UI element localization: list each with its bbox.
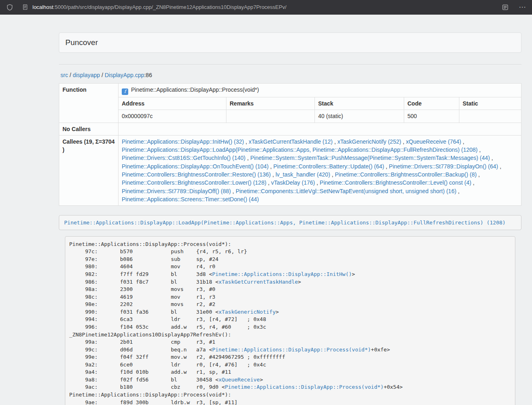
browser-toolbar: localhost:5000/path/src/displayapp/Displ… [0,0,532,15]
url-host: localhost [32,4,53,10]
function-row-label: Function [59,84,118,123]
column-code: Code [404,97,459,110]
function-row: Function fPinetime::Applications::Displa… [59,84,521,97]
callee-link[interactable]: Pinetime::Drivers::St7789::DisplayOn() (… [389,163,498,170]
main-content: Puncover src / displayapp / DisplayApp.c… [59,15,521,405]
shield-icon[interactable] [6,3,14,11]
toolbar-right: ⋯ [501,3,526,11]
disassembly-section: Pinetime::Applications::DisplayApp::Proc… [65,236,515,405]
disassembly-pre: Pinetime::Applications::DisplayApp::Proc… [65,236,515,405]
address-value: 0x0000097c [118,110,226,123]
callee-link[interactable]: Pinetime::Applications::Screens::Timer::… [122,196,259,202]
callee-link[interactable]: Pinetime::Applications::DisplayApp::Load… [122,146,478,153]
breadcrumb-separator: / [100,72,105,78]
callees-row: Callees (19, Σ=3704 ) Pinetime::Applicat… [59,135,521,205]
static-value [459,110,521,123]
callee-link[interactable]: Pinetime::Components::LittleVgl::SetNewT… [236,188,457,194]
breadcrumb: src / displayapp / DisplayApp.cpp:86 [60,72,521,78]
reader-view-icon[interactable] [501,3,509,11]
callee-link[interactable]: Pinetime::Drivers::St7789::DisplayOff() … [122,188,231,194]
column-remarks: Remarks [226,97,315,110]
code-symbol-link[interactable]: xTaskGetCurrentTaskHandle [218,279,298,285]
code-symbol-link[interactable]: Pinetime::Applications::DisplayApp::Init… [212,271,352,277]
no-callers-row: No Callers [59,123,521,135]
callee-link[interactable]: Pinetime::Controllers::BrightnessControl… [320,179,471,186]
callee-link[interactable]: Pinetime::Applications::DisplayApp::Init… [122,138,244,145]
callee-link[interactable]: Pinetime::Applications::DisplayApp::OnTo… [122,163,269,170]
breadcrumb-separator: / [68,72,73,78]
code-symbol-link[interactable]: Pinetime::Applications::DisplayApp::Proc… [225,384,383,390]
code-symbol-link[interactable]: xQueueReceive [218,377,260,383]
callee-link[interactable]: xTaskGenericNotify (252) [337,138,401,145]
page-icon [21,3,29,11]
callee-link[interactable]: Pinetime::Controllers::Battery::Update()… [274,163,384,170]
highlighted-symbol-box: Pinetime::Applications::DisplayApp::Load… [59,215,521,230]
breadcrumb-link[interactable]: displayapp [73,72,100,78]
column-static: Static [459,97,521,110]
callees-label: Callees (19, Σ=3704 ) [59,135,118,205]
no-callers-cell [118,123,521,135]
function-name: Pinetime::Applications::DisplayApp::Proc… [131,86,259,93]
column-address: Address [118,97,226,110]
metrics-value-row: 0x0000097c 40 (static) 500 [59,110,521,123]
callee-link[interactable]: Pinetime::Controllers::BrightnessControl… [335,171,476,178]
code-symbol-link[interactable]: xTaskGenericNotify [218,309,276,315]
metrics-header-row: Address Remarks Stack Code Static [59,97,521,110]
callee-link[interactable]: xQueueReceive (764) [406,138,461,145]
highlighted-symbol-link[interactable]: Pinetime::Applications::DisplayApp::Load… [64,220,506,226]
column-stack: Stack [315,97,404,110]
url-bar[interactable]: localhost:5000/path/src/displayapp/Displ… [21,2,495,13]
callee-link[interactable]: vTaskDelay (176) [271,179,315,186]
code-symbol-link[interactable]: Pinetime::Applications::DisplayApp::Proc… [212,347,371,353]
stack-value: 40 (static) [315,110,404,123]
no-callers-label: No Callers [59,123,118,135]
breadcrumb-line-number: :86 [144,72,152,78]
function-icon: f [122,88,128,95]
url-path: :5000/path/src/displayapp/DisplayApp.cpp… [53,4,286,10]
function-table: Function fPinetime::Applications::Displa… [59,83,521,206]
remarks-value [226,110,315,123]
function-name-cell: fPinetime::Applications::DisplayApp::Pro… [118,84,521,97]
code-value: 500 [404,110,459,123]
callees-list: Pinetime::Applications::DisplayApp::Init… [118,135,521,205]
page-title: Puncover [65,38,515,47]
app-header-panel: Puncover [59,32,521,53]
callee-link[interactable]: lv_task_handler (420) [276,171,330,178]
callee-link[interactable]: Pinetime::Drivers::Cst816S::GetTouchInfo… [122,155,246,161]
callee-link[interactable]: Pinetime::Controllers::BrightnessControl… [122,179,266,186]
url-text: localhost:5000/path/src/displayapp/Displ… [32,4,286,10]
breadcrumb-link[interactable]: DisplayApp.cpp [105,72,144,78]
divider [59,64,521,65]
breadcrumb-link[interactable]: src [60,72,68,78]
callee-link[interactable]: Pinetime::System::SystemTask::PushMessag… [250,155,490,161]
callee-link[interactable]: xTaskGetCurrentTaskHandle (12) [249,138,333,145]
overflow-menu-icon[interactable]: ⋯ [518,3,526,11]
callee-link[interactable]: Pinetime::Controllers::BrightnessControl… [122,171,271,178]
